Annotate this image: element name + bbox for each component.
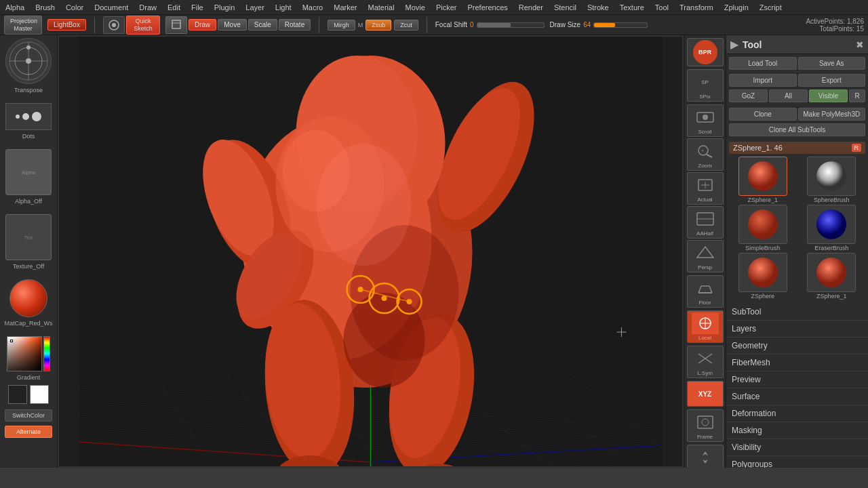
spix-button[interactable]: SP SPix <box>687 69 724 102</box>
3d-viewport[interactable] <box>58 35 684 468</box>
visibility-item[interactable]: Visibility <box>726 439 868 456</box>
move-button[interactable]: Move <box>218 19 246 30</box>
r-button[interactable]: R <box>849 89 865 102</box>
make-polymesh-button[interactable]: Make PolyMesh3D <box>798 108 866 121</box>
hue-slider[interactable] <box>43 336 50 371</box>
rotate-button[interactable]: Rotate <box>279 19 311 30</box>
clone-row: Clone Make PolyMesh3D <box>726 106 868 122</box>
draw-size-slider[interactable] <box>593 22 648 28</box>
menu-transform[interactable]: Transform <box>677 2 716 13</box>
menu-stroke[interactable]: Stroke <box>585 2 612 13</box>
goz-row: GoZ All Visible R <box>726 88 868 104</box>
svg-marker-69 <box>697 247 713 258</box>
local-button[interactable]: Local <box>687 310 724 343</box>
fibermesh-item[interactable]: FiberMesh <box>726 354 868 371</box>
lightbox-button[interactable]: LightBox <box>47 19 86 30</box>
actual-button[interactable]: Actual <box>687 172 724 205</box>
menu-tool[interactable]: Tool <box>652 2 671 13</box>
quick-sketch-button[interactable]: Quick Sketch <box>126 16 160 35</box>
dots-brush[interactable] <box>5 103 52 130</box>
brush-item-simplebrush[interactable]: SimpleBrush <box>729 205 797 251</box>
menu-edit[interactable]: Edit <box>165 2 183 13</box>
draw-button[interactable]: Draw <box>189 19 216 30</box>
left-panel: Transpose Dots Alpha Alpha_Off Tex Text <box>0 35 58 468</box>
brush-item-eraserbrush[interactable]: EraserBrush <box>798 205 866 251</box>
canvas-area[interactable] <box>58 35 684 468</box>
zcut-button[interactable]: Zcut <box>394 20 418 30</box>
all-button[interactable]: All <box>769 89 808 102</box>
texture-swatch[interactable]: Tex <box>5 214 52 260</box>
menu-color[interactable]: Color <box>63 2 86 13</box>
menu-macro[interactable]: Macro <box>300 2 326 13</box>
mirgh-button[interactable]: Mirgh <box>328 20 355 30</box>
draw-size-container: Draw Size 64 <box>550 21 648 28</box>
floor-button[interactable]: Floor <box>687 275 724 308</box>
deformation-item[interactable]: Deformation <box>726 405 868 422</box>
transpose-gizmo[interactable] <box>5 38 52 84</box>
scale-button[interactable]: Scale <box>248 19 277 30</box>
subtool-item[interactable]: SubTool <box>726 304 868 321</box>
menu-zplugin[interactable]: Zplugin <box>722 2 751 13</box>
menu-marker[interactable]: Marker <box>331 2 359 13</box>
menu-picker[interactable]: Picker <box>433 2 460 13</box>
menu-zscript[interactable]: Zscript <box>757 2 785 13</box>
draw-icon-btn[interactable] <box>103 16 125 34</box>
layers-item[interactable]: Layers <box>726 321 868 338</box>
panel-arrow[interactable]: ▶ <box>730 38 738 51</box>
move-icon-button[interactable]: Move <box>687 445 724 468</box>
subtool-name: ZSphere_1. 46 <box>733 144 852 152</box>
masking-item[interactable]: Masking <box>726 422 868 439</box>
bpr-button[interactable]: BPR <box>687 38 724 66</box>
menu-movie[interactable]: Movie <box>403 2 428 13</box>
brush-item-spherebrush[interactable]: SphereBrush <box>798 157 866 203</box>
menu-plugin[interactable]: Plugin <box>212 2 238 13</box>
persp-button[interactable]: Persp <box>687 240 724 272</box>
material-sphere[interactable] <box>9 279 47 317</box>
menu-preferences[interactable]: Preferences <box>465 2 511 13</box>
polygroups-item[interactable]: Polygroups <box>726 456 868 468</box>
menu-layer[interactable]: Layer <box>243 2 267 13</box>
menu-alpha[interactable]: Alpha <box>3 2 27 13</box>
lsym-button[interactable]: L.Sym <box>687 346 724 378</box>
zoom-button[interactable]: + Zoom <box>687 138 724 171</box>
menu-render[interactable]: Render <box>516 2 546 13</box>
surface-item[interactable]: Surface <box>726 388 868 405</box>
panel-close-icon[interactable]: ✖ <box>856 39 864 50</box>
brush-item-zsphere[interactable]: ZSphere <box>729 253 797 300</box>
switch-color-button[interactable]: SwitchColor <box>5 409 52 422</box>
alternate-button[interactable]: Alternate <box>5 426 52 438</box>
scroll-button[interactable]: Scroll <box>687 104 724 137</box>
preview-item[interactable]: Preview <box>726 371 868 388</box>
visible-button[interactable]: Visible <box>809 89 848 102</box>
menu-brush[interactable]: Brush <box>33 2 58 13</box>
frame-button[interactable]: Frame <box>687 409 724 442</box>
geometry-item[interactable]: Geometry <box>726 338 868 354</box>
load-tool-button[interactable]: Load Tool <box>729 57 797 70</box>
menu-stencil[interactable]: Stencil <box>551 2 579 13</box>
export-button[interactable]: Export <box>798 74 866 87</box>
menu-draw[interactable]: Draw <box>136 2 159 13</box>
edit-button[interactable] <box>165 16 187 34</box>
focal-shift-slider[interactable] <box>477 22 545 28</box>
zsub-button[interactable]: Zsub <box>366 20 391 30</box>
menu-light[interactable]: Light <box>273 2 294 13</box>
brush-item-zsphere1[interactable]: ZSphere_1 <box>729 157 797 203</box>
goz-button[interactable]: GoZ <box>729 89 768 102</box>
brush-item-zsphere1b[interactable]: ZSphere_1 <box>798 253 866 300</box>
color-picker[interactable] <box>7 336 50 371</box>
xyz-button[interactable]: XYZ <box>687 381 724 407</box>
clone-button[interactable]: Clone <box>729 108 797 121</box>
swatch-white[interactable] <box>30 385 49 404</box>
aahalf-button[interactable]: AAHalf <box>687 206 724 239</box>
menu-document[interactable]: Document <box>92 2 131 13</box>
clone-all-button[interactable]: Clone All SubTools <box>729 123 865 136</box>
menu-texture[interactable]: Texture <box>617 2 647 13</box>
svg-point-60 <box>703 115 708 120</box>
projection-master-button[interactable]: Projection Master <box>4 16 42 35</box>
menu-file[interactable]: File <box>189 2 206 13</box>
swatch-black[interactable] <box>8 385 27 404</box>
save-as-button[interactable]: Save As <box>798 57 866 70</box>
import-button[interactable]: Import <box>729 74 797 87</box>
alpha-swatch[interactable]: Alpha <box>5 149 52 195</box>
menu-material[interactable]: Material <box>365 2 397 13</box>
